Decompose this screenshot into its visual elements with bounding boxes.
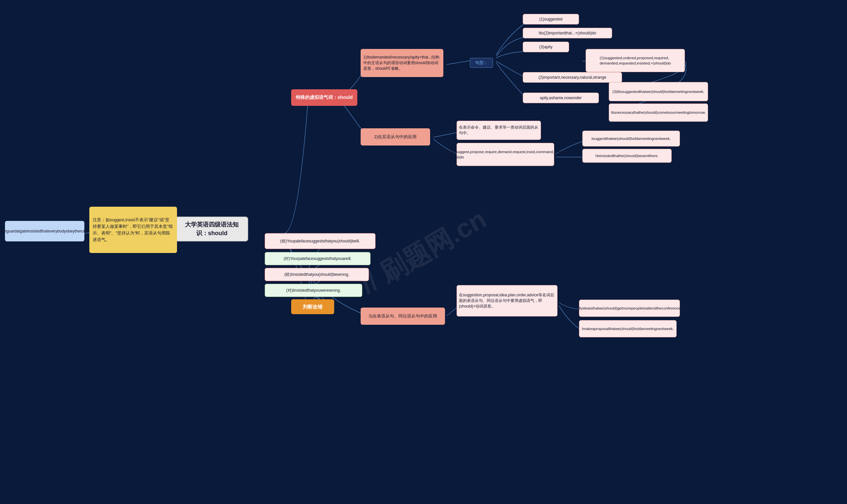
s1-label: (1)suggested	[539, 17, 563, 22]
judge3-label: (错)Iinsistedthatyou(should)bewrong.	[284, 272, 349, 277]
s4-label: (1)suggested,ordered,proposed,required, …	[600, 55, 671, 66]
center-node: 大学英语四级语法知识：should	[175, 217, 248, 241]
branch2-label: 判断改错	[303, 303, 322, 310]
rule2-desc-node: 在表示命令、建议、要求等一类动词后面的从句中。	[457, 121, 541, 140]
note-left-label: 注意：如suggest,insist不表示"建议"或"坚持要某人做某事时"，即它…	[93, 217, 174, 243]
rule3-node: 3)在表语从句、同位语从句中的应用	[360, 308, 445, 325]
s1-node: (1)suggested	[523, 14, 579, 24]
s8-node: Itisnecessarythathe(should)cometoourmeet…	[609, 104, 708, 122]
rule3-desc-label: 在suggestion,proposal,idea,plan,order,adv…	[459, 292, 555, 309]
s3-label: (3)apity	[539, 44, 552, 50]
center-label: 大学英语四级语法知识：should	[179, 220, 244, 237]
s5-label: (2)important,necessary,natural,strange	[538, 75, 606, 80]
rule3-desc-node: 在suggestion,proposal,idea,plan,order,adv…	[457, 285, 558, 317]
rule2-node: 2)在宾语从句中的应用	[360, 128, 430, 145]
rule2-desc-label: 在表示命令、建议、要求等一类动词后面的从句中。	[459, 125, 539, 136]
branch1-node: 特殊的虚拟语气词：should	[291, 89, 357, 106]
sentence-type-text: 句型：	[475, 60, 488, 66]
rule3-ex2-node: Imakeaproposalthatwe(should)holdameeting…	[579, 320, 676, 337]
rule3-ex2-label: Imakeaproposalthatwe(should)holdameeting…	[582, 326, 674, 331]
rule2-ex1-node: Isuggestthatwe(should)holdameetingnextwe…	[582, 131, 680, 146]
judge3-node: (错)Iinsistedthatyou(should)bewrong.	[265, 268, 369, 281]
judge1-label: (错)Youpalefacesuggeststhatyou(should)bei…	[280, 238, 360, 244]
s6-node: apity,ashame,nowonder	[523, 93, 599, 103]
branch2-node: 判断改错	[291, 299, 334, 314]
note-left-node: 注意：如suggest,insist不表示"建议"或"坚持要某人做某事时"，即它…	[89, 207, 177, 253]
s2-node: Itis(2)importantthat...+(should)do	[523, 28, 612, 38]
rule2-ex2-label: Heinsistedthathe(should)besentthere.	[595, 153, 658, 158]
example-left-node: Theguardatgateinsistedthateverybodyobeyt…	[5, 221, 84, 241]
rule2-label: 2)在宾语从句中的应用	[374, 134, 417, 140]
s5-node: (2)important,necessary,natural,strange	[523, 72, 622, 83]
rule2-ex1-label: Isuggestthatwe(should)holdameetingnextwe…	[592, 136, 671, 141]
s3-node: (3)apity	[523, 42, 569, 52]
judge4-label: (对)Iinsistedthatyouwerewrong.	[286, 288, 341, 293]
mind-map: // 刷题网.cn	[0, 0, 847, 504]
sentence-type-label: 句型：	[470, 58, 493, 68]
judge1-node: (错)Youpalefacesuggeststhatyou(should)bei…	[265, 233, 375, 249]
judge2-label: (对)Yourpalefacesuggeststhatyouareill.	[284, 256, 352, 262]
s6-label: apity,ashame,nowonder	[540, 95, 582, 101]
rule3-ex1-label: Myideaisthatwe(should)getmorepeopletoatt…	[577, 306, 682, 311]
judge4-node: (对)Iinsistedthatyouwerewrong.	[265, 284, 362, 297]
rule3-label: 3)在表语从句、同位语从句中的应用	[369, 313, 437, 319]
rule1-label: 1)Itisdemanded/necessary/apity+that...结构…	[363, 55, 441, 71]
rule1-node: 1)Itisdemanded/necessary/apity+that...结构…	[360, 49, 443, 77]
judge2-node: (对)Yourpalefacesuggeststhatyouareill.	[265, 252, 371, 265]
rule3-ex1-node: Myideaisthatwe(should)getmorepeopletoatt…	[579, 300, 680, 317]
rule2-verbs-node: order,suggest,propose,require,demand,req…	[457, 143, 554, 166]
s4-node: (1)suggested,ordered,proposed,required, …	[586, 49, 685, 72]
s7-node: (3)Itissuggestedthatwe(should)holdameeti…	[609, 82, 708, 101]
example-left-label: Theguardatgateinsistedthateverybodyobeyt…	[0, 228, 90, 234]
branch1-label: 特殊的虚拟语气词：should	[296, 94, 353, 101]
s8-label: Itisnecessarythathe(should)cometoourmeet…	[611, 110, 706, 115]
s7-label: (3)Itissuggestedthatwe(should)holdameeti…	[613, 89, 704, 94]
rule2-ex2-node: Heinsistedthathe(should)besentthere.	[582, 149, 672, 163]
rule2-verbs-label: order,suggest,propose,require,demand,req…	[446, 149, 565, 160]
s2-label: Itis(2)importantthat...+(should)do	[539, 31, 596, 36]
